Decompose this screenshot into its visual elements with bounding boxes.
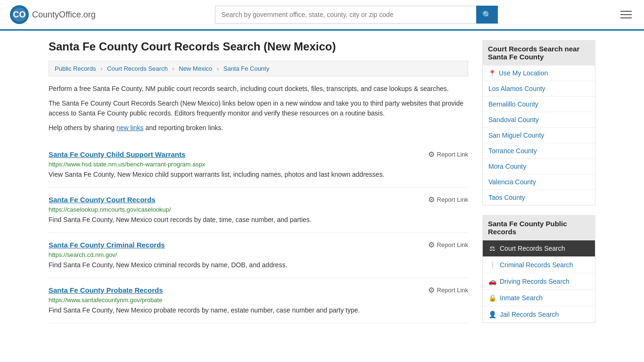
breadcrumb-sep-1: › <box>100 65 102 72</box>
record-entry: Santa Fe County Child Support Warrants ⚙… <box>49 142 468 188</box>
pr-link[interactable]: Court Records Search <box>500 245 565 252</box>
record-title-link[interactable]: Santa Fe County Court Records <box>49 196 156 204</box>
public-records-list: ⚖ Court Records Search ❕ Criminal Record… <box>482 240 595 323</box>
pr-icon: ❕ <box>488 261 496 269</box>
record-entry: Santa Fe County Court Records ⚙ Report L… <box>49 188 468 233</box>
report-link[interactable]: ⚙ Report Link <box>428 286 468 295</box>
nearby-county-link[interactable]: San Miguel County <box>488 132 544 139</box>
pr-icon: 🔒 <box>488 294 496 302</box>
record-title: Santa Fe County Court Records <box>49 196 156 204</box>
pr-link[interactable]: Jail Records Search <box>500 311 559 318</box>
nearby-county-item[interactable]: Sandoval County <box>483 112 595 128</box>
nearby-county-item[interactable]: Valencia County <box>483 174 595 190</box>
record-entry: Santa Fe County Probate Records ⚙ Report… <box>49 278 468 323</box>
content: Santa Fe County Court Records Search (Ne… <box>49 40 468 323</box>
report-label: Report Link <box>437 196 468 203</box>
record-header: Santa Fe County Criminal Records ⚙ Repor… <box>49 240 468 249</box>
nearby-county-link[interactable]: Torrance County <box>488 147 537 155</box>
nearby-county-item[interactable]: San Miguel County <box>483 128 595 143</box>
report-label: Report Link <box>437 151 468 158</box>
record-url: https://caselookup.nmcourts.gov/caselook… <box>49 206 468 213</box>
report-icon: ⚙ <box>428 240 435 249</box>
report-icon: ⚙ <box>428 195 435 204</box>
page-title: Santa Fe County Court Records Search (Ne… <box>49 40 468 53</box>
description-1: Perform a free Santa Fe County, NM publi… <box>49 84 468 94</box>
pr-link[interactable]: Inmate Search <box>500 294 543 302</box>
nearby-county-item[interactable]: Bernalillo County <box>483 97 595 112</box>
breadcrumb-public-records[interactable]: Public Records <box>55 65 96 72</box>
report-label: Report Link <box>437 287 468 294</box>
pr-list-item[interactable]: ❕ Criminal Records Search <box>483 257 595 273</box>
search-button[interactable]: 🔍 <box>476 6 498 24</box>
record-url: https://www.santafecountynm.gov/probate <box>49 296 468 304</box>
nearby-county-link[interactable]: Bernalillo County <box>488 100 538 108</box>
nearby-county-link[interactable]: Taos County <box>488 194 525 201</box>
nearby-county-item[interactable]: Los Alamos County <box>483 81 595 97</box>
search-input[interactable] <box>215 6 476 24</box>
nearby-county-link[interactable]: Valencia County <box>488 178 536 186</box>
use-my-location[interactable]: 📍 Use My Location <box>483 66 595 81</box>
report-link[interactable]: ⚙ Report Link <box>428 150 468 159</box>
record-url: https://www.hsd.state.nm.us/bench-warran… <box>49 161 468 168</box>
pr-list-item[interactable]: 🔒 Inmate Search <box>483 290 595 306</box>
pr-list-item[interactable]: ⚖ Court Records Search <box>483 240 595 257</box>
record-description: Find Santa Fe County, New Mexico probate… <box>49 305 468 315</box>
pr-list-item[interactable]: 🚗 Driving Records Search <box>483 273 595 290</box>
record-title-link[interactable]: Santa Fe County Criminal Records <box>49 241 165 249</box>
main-container: Santa Fe County Court Records Search (Ne… <box>39 31 605 333</box>
nearby-county-link[interactable]: Mora County <box>488 163 526 170</box>
breadcrumb-court-records[interactable]: Court Records Search <box>107 65 168 72</box>
record-url: https://search.cd.nm.gov/ <box>49 251 468 258</box>
record-description: Find Santa Fe County, New Mexico crimina… <box>49 260 468 270</box>
record-header: Santa Fe County Child Support Warrants ⚙… <box>49 150 468 159</box>
pr-link[interactable]: Criminal Records Search <box>500 261 573 269</box>
report-link[interactable]: ⚙ Report Link <box>428 195 468 204</box>
search-icon: 🔍 <box>482 11 492 19</box>
public-records-header: Santa Fe County Public Records <box>482 215 595 240</box>
logo-text: CountyOffice.org <box>32 10 96 20</box>
location-icon: 📍 <box>488 70 496 77</box>
report-link[interactable]: ⚙ Report Link <box>428 240 468 249</box>
report-icon: ⚙ <box>428 150 435 159</box>
record-title-link[interactable]: Santa Fe County Child Support Warrants <box>49 150 185 158</box>
record-description: View Santa Fe County, New Mexico child s… <box>49 170 468 180</box>
logo-icon: CO <box>9 5 29 25</box>
nearby-header: Court Records Search near Santa Fe Count… <box>482 40 595 66</box>
search-area: 🔍 <box>215 6 498 24</box>
report-icon: ⚙ <box>428 286 435 295</box>
nearby-list: 📍 Use My Location Los Alamos CountyBerna… <box>482 66 595 206</box>
record-title-link[interactable]: Santa Fe County Probate Records <box>49 286 163 294</box>
record-title: Santa Fe County Probate Records <box>49 286 163 294</box>
breadcrumb: Public Records › Court Records Search › … <box>49 61 468 76</box>
pr-icon: ⚖ <box>488 245 496 252</box>
records-list: Santa Fe County Child Support Warrants ⚙… <box>49 142 468 323</box>
header: CO CountyOffice.org 🔍 <box>0 0 644 31</box>
nearby-county-item[interactable]: Torrance County <box>483 143 595 159</box>
pr-list-item[interactable]: 👤 Jail Records Search <box>483 306 595 322</box>
record-description: Find Santa Fe County, New Mexico court r… <box>49 215 468 225</box>
nearby-county-item[interactable]: Taos County <box>483 190 595 205</box>
description-2: The Santa Fe County Court Records Search… <box>49 99 468 118</box>
pr-icon: 👤 <box>488 311 496 318</box>
svg-text:CO: CO <box>13 10 26 19</box>
report-label: Report Link <box>437 241 468 248</box>
sidebar: Court Records Search near Santa Fe Count… <box>482 40 595 323</box>
nearby-county-item[interactable]: Mora County <box>483 159 595 174</box>
breadcrumb-sep-2: › <box>172 65 174 72</box>
breadcrumb-sep-3: › <box>217 65 219 72</box>
nearby-county-link[interactable]: Sandoval County <box>488 116 539 123</box>
breadcrumb-new-mexico[interactable]: New Mexico <box>179 65 212 72</box>
breadcrumb-santa-fe[interactable]: Santa Fe County <box>223 65 270 72</box>
record-entry: Santa Fe County Criminal Records ⚙ Repor… <box>49 233 468 278</box>
record-header: Santa Fe County Probate Records ⚙ Report… <box>49 286 468 295</box>
use-my-location-link[interactable]: Use My Location <box>499 69 548 77</box>
nearby-county-link[interactable]: Los Alamos County <box>488 85 545 92</box>
record-header: Santa Fe County Court Records ⚙ Report L… <box>49 195 468 204</box>
record-title: Santa Fe County Child Support Warrants <box>49 150 185 158</box>
description-3: Help others by sharing new links and rep… <box>49 123 468 133</box>
pr-link[interactable]: Driving Records Search <box>500 278 570 285</box>
menu-button[interactable] <box>618 8 635 21</box>
pr-icon: 🚗 <box>488 278 496 285</box>
logo-area: CO CountyOffice.org <box>9 5 96 25</box>
new-links-link[interactable]: new links <box>116 124 144 132</box>
